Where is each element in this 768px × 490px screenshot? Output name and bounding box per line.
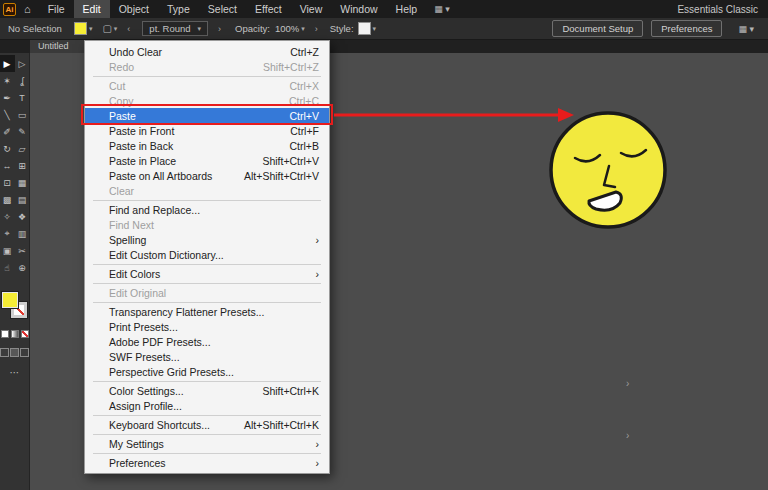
menu-item-print-presets[interactable]: Print Presets... [85, 319, 329, 334]
menu-item-transparency-flattener-presets[interactable]: Transparency Flattener Presets... [85, 304, 329, 319]
color-mode-row [1, 330, 29, 338]
menu-item-edit-custom-dictionary[interactable]: Edit Custom Dictionary... [85, 247, 329, 262]
column-graph-tool[interactable]: ▥ [15, 225, 30, 242]
submenu-arrow-icon: › [316, 268, 320, 280]
menu-shortcut: Ctrl+V [290, 110, 319, 122]
chevron-down-icon[interactable]: ▾ [301, 25, 305, 33]
fill-color-swatch[interactable] [74, 22, 87, 35]
color-button[interactable] [1, 330, 9, 338]
none-button[interactable] [21, 330, 29, 338]
draw-inside-button[interactable] [20, 348, 29, 357]
menu-item-label: Paste in Place [109, 155, 176, 167]
eyedropper-tool[interactable]: ✧ [0, 208, 15, 225]
menu-item-label: Find and Replace... [109, 204, 200, 216]
direct-selection-tool[interactable]: ▷ [15, 55, 30, 72]
menu-item-paste-in-place[interactable]: Paste in PlaceShift+Ctrl+V [85, 153, 329, 168]
toolbar-panel: ▶▷✶ʆ✒T╲▭✐✎↻▱↔⊞⊡▦▩▤✧❖⌖▥▣✂☝⊕ ⋯ [0, 53, 30, 490]
menubar-item-select[interactable]: Select [199, 0, 246, 18]
blend-tool[interactable]: ❖ [15, 208, 30, 225]
chevron-left-icon[interactable]: ‹ [127, 24, 130, 34]
chevron-right-icon[interactable]: › [315, 24, 318, 34]
slice-tool[interactable]: ✂ [15, 242, 30, 259]
menu-shortcut: Ctrl+B [290, 140, 319, 152]
menubar-item-type[interactable]: Type [158, 0, 199, 18]
scale-tool[interactable]: ▱ [15, 140, 30, 157]
style-swatch[interactable] [358, 22, 371, 35]
menubar-item-window[interactable]: Window [331, 0, 386, 18]
type-tool[interactable]: T [15, 89, 30, 106]
menu-item-label: Redo [109, 61, 134, 73]
menubar-item-object[interactable]: Object [110, 0, 158, 18]
menu-item-swf-presets[interactable]: SWF Presets... [85, 349, 329, 364]
menu-item-paste-on-all-artboards[interactable]: Paste on All ArtboardsAlt+Shift+Ctrl+V [85, 168, 329, 183]
perspective-grid-tool[interactable]: ▦ [15, 174, 30, 191]
free-transform-tool[interactable]: ⊞ [15, 157, 30, 174]
pen-tool[interactable]: ✒ [0, 89, 15, 106]
submenu-arrow-icon: › [316, 234, 320, 246]
menubar-item-edit[interactable]: Edit [74, 0, 110, 18]
menu-item-paste[interactable]: PasteCtrl+V [85, 108, 329, 123]
menu-item-keyboard-shortcuts[interactable]: Keyboard Shortcuts...Alt+Shift+Ctrl+K [85, 417, 329, 432]
document-setup-button[interactable]: Document Setup [552, 20, 643, 37]
hand-tool[interactable]: ☝ [0, 259, 15, 276]
menu-item-find-and-replace[interactable]: Find and Replace... [85, 202, 329, 217]
menu-separator [93, 302, 321, 303]
draw-normal-button[interactable] [0, 348, 9, 357]
magic-wand-tool[interactable]: ✶ [0, 72, 15, 89]
menu-item-redo: RedoShift+Ctrl+Z [85, 59, 329, 74]
home-icon[interactable]: ⌂ [24, 3, 31, 15]
menubar-item-effect[interactable]: Effect [246, 0, 291, 18]
brush-definition-dropdown[interactable]: pt. Round ▾ [142, 21, 208, 36]
menu-item-color-settings[interactable]: Color Settings...Shift+Ctrl+K [85, 383, 329, 398]
submenu-arrow-icon: › [316, 457, 320, 469]
shape-builder-tool[interactable]: ⊡ [0, 174, 15, 191]
stroke-color-swatch[interactable]: ▢ [102, 23, 111, 34]
pencil-tool[interactable]: ✎ [15, 123, 30, 140]
line-segment-tool[interactable]: ╲ [0, 106, 15, 123]
menu-item-edit-colors[interactable]: Edit Colors› [85, 266, 329, 281]
draw-behind-button[interactable] [10, 348, 19, 357]
arrange-documents-icon[interactable]: ▦ ▾ [434, 4, 450, 14]
lasso-tool[interactable]: ʆ [15, 72, 30, 89]
opacity-value[interactable]: 100% [275, 23, 299, 34]
chevron-right-icon[interactable]: › [218, 24, 221, 34]
paintbrush-tool[interactable]: ✐ [0, 123, 15, 140]
menu-separator [93, 434, 321, 435]
smiley-face-artwork[interactable] [545, 106, 673, 234]
align-options-icon[interactable]: ▦ ▾ [738, 24, 754, 34]
zoom-tool[interactable]: ⊕ [15, 259, 30, 276]
chevron-down-icon[interactable]: ▾ [373, 25, 377, 33]
menubar-item-help[interactable]: Help [387, 0, 427, 18]
menu-item-perspective-grid-presets[interactable]: Perspective Grid Presets... [85, 364, 329, 379]
mesh-tool[interactable]: ▩ [0, 191, 15, 208]
fill-yellow-swatch[interactable] [2, 292, 18, 308]
menu-item-undo-clear[interactable]: Undo ClearCtrl+Z [85, 44, 329, 59]
preferences-button[interactable]: Preferences [651, 20, 722, 37]
menu-item-spelling[interactable]: Spelling› [85, 232, 329, 247]
menu-item-paste-in-front[interactable]: Paste in FrontCtrl+F [85, 123, 329, 138]
gradient-button[interactable] [11, 330, 19, 338]
menubar-item-file[interactable]: File [39, 0, 74, 18]
rotate-tool[interactable]: ↻ [0, 140, 15, 157]
menu-item-edit-original: Edit Original [85, 285, 329, 300]
screen-mode-button[interactable]: ⋯ [10, 367, 20, 378]
chevron-down-icon: ▾ [198, 25, 202, 33]
menu-item-adobe-pdf-presets[interactable]: Adobe PDF Presets... [85, 334, 329, 349]
rectangle-tool[interactable]: ▭ [15, 106, 30, 123]
menu-item-preferences[interactable]: Preferences› [85, 455, 329, 470]
chevron-down-icon[interactable]: ▾ [89, 25, 93, 33]
symbol-sprayer-tool[interactable]: ⌖ [0, 225, 15, 242]
menu-item-assign-profile[interactable]: Assign Profile... [85, 398, 329, 413]
width-tool[interactable]: ↔ [0, 157, 15, 174]
illustrator-logo-icon[interactable]: Ai [3, 3, 16, 16]
menubar-item-view[interactable]: View [291, 0, 332, 18]
menu-item-my-settings[interactable]: My Settings› [85, 436, 329, 451]
menu-item-paste-in-back[interactable]: Paste in BackCtrl+B [85, 138, 329, 153]
selection-tool[interactable]: ▶ [0, 55, 15, 72]
chevron-down-icon[interactable]: ▾ [114, 25, 118, 33]
menu-item-label: Cut [109, 80, 125, 92]
gradient-tool[interactable]: ▤ [15, 191, 30, 208]
style-label: Style: [330, 23, 354, 34]
artboard-tool[interactable]: ▣ [0, 242, 15, 259]
workspace-switcher[interactable]: Essentials Classic [677, 4, 758, 15]
